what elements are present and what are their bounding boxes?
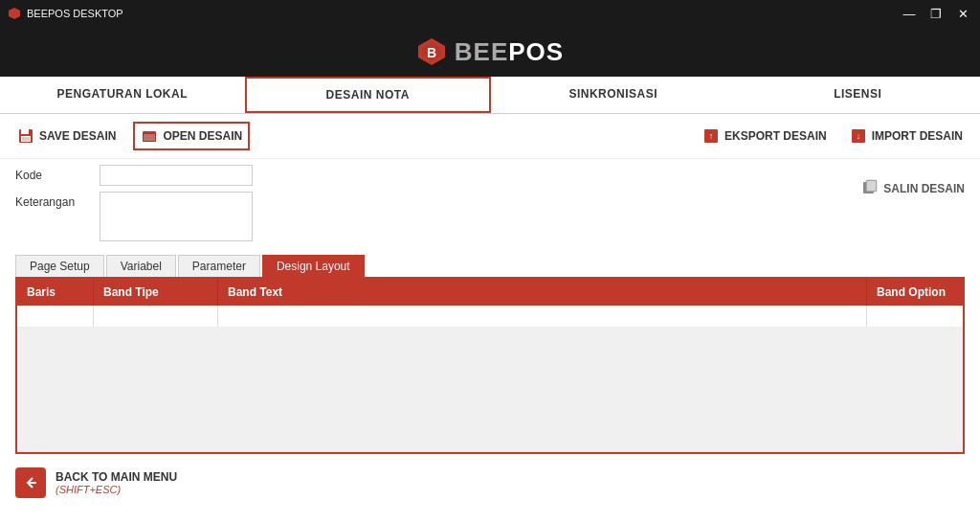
open-desain-button[interactable]: OPEN DESAIN (133, 122, 250, 150)
cell-baris (17, 306, 94, 327)
save-icon (17, 127, 34, 145)
titlebar-left: BEEPOS DESKTOP (8, 7, 123, 20)
footer-text: BACK TO MAIN MENU (SHIFT+ESC) (56, 470, 177, 495)
svg-rect-17 (867, 181, 876, 191)
eksport-desain-label: EKSPORT DESAIN (724, 129, 827, 143)
svg-marker-0 (9, 8, 20, 19)
kode-input[interactable] (100, 165, 253, 186)
back-icon (15, 467, 46, 498)
keterangan-input[interactable] (100, 192, 253, 241)
keterangan-label: Keterangan (15, 192, 92, 209)
eksport-desain-button[interactable]: ↑ EKSPORT DESAIN (697, 124, 833, 148)
footer-main: BACK TO MAIN MENU (56, 470, 177, 484)
svg-rect-5 (21, 129, 29, 134)
keterangan-row: Keterangan (15, 192, 965, 241)
open-icon (141, 127, 158, 145)
kode-label: Kode (15, 165, 92, 182)
import-desain-label: IMPORT DESAIN (872, 129, 963, 143)
footer-sub: (SHIFT+ESC) (56, 484, 177, 495)
cell-band-text (218, 306, 867, 327)
col-header-band-tipe: Band Tipe (94, 279, 218, 306)
restore-button[interactable]: ❐ (926, 7, 946, 21)
tab-lisensi[interactable]: LISENSI (736, 77, 981, 113)
footer: BACK TO MAIN MENU (SHIFT+ESC) (0, 460, 980, 506)
save-desain-button[interactable]: SAVE DESAIN (11, 122, 122, 150)
toolbar: SAVE DESAIN OPEN DESAIN ↑ EKSPORT DESAIN (0, 114, 980, 159)
app-icon (8, 7, 21, 20)
toolbar-right: ↑ EKSPORT DESAIN ↓ IMPORT DESAIN (697, 124, 969, 148)
table-header: Baris Band Tipe Band Text Band Option (17, 279, 963, 306)
titlebar: BEEPOS DESKTOP — ❐ ✕ (0, 0, 980, 27)
cell-band-option (867, 306, 963, 327)
design-layout-table: Baris Band Tipe Band Text Band Option (15, 277, 965, 454)
kode-row: Kode (15, 165, 965, 186)
toolbar-left: SAVE DESAIN OPEN DESAIN (11, 122, 250, 150)
nav-tabs: PENGATURAN LOKAL DESAIN NOTA SINKRONISAS… (0, 77, 980, 114)
tab-sinkronisasi[interactable]: SINKRONISASI (491, 77, 736, 113)
tab-page-setup[interactable]: Page Setup (15, 255, 104, 277)
inner-tabs: Page Setup Variabel Parameter Design Lay… (0, 255, 980, 277)
salin-desain-label: SALIN DESAIN (883, 182, 965, 195)
app-header: B BEEPOS (0, 27, 980, 77)
cell-band-tipe (94, 306, 218, 327)
logo-text: BEEPOS (455, 37, 564, 67)
form-area: Kode Keterangan SALIN DESAIN (0, 159, 980, 251)
open-desain-label: OPEN DESAIN (163, 129, 242, 143)
svg-text:↓: ↓ (856, 131, 860, 141)
table-row-empty (17, 306, 963, 328)
tab-pengaturan-lokal[interactable]: PENGATURAN LOKAL (0, 77, 245, 113)
col-header-band-option: Band Option (867, 279, 963, 306)
titlebar-title: BEEPOS DESKTOP (27, 8, 123, 19)
tab-parameter[interactable]: Parameter (178, 255, 260, 277)
close-button[interactable]: ✕ (953, 7, 972, 21)
svg-rect-7 (22, 137, 30, 141)
salin-icon (861, 178, 879, 198)
table-body-empty (17, 328, 963, 452)
svg-text:↑: ↑ (709, 131, 714, 141)
titlebar-controls: — ❐ ✕ (900, 7, 972, 21)
import-icon: ↓ (850, 127, 867, 145)
col-header-band-text: Band Text (218, 279, 867, 306)
import-desain-button[interactable]: ↓ IMPORT DESAIN (844, 124, 969, 148)
svg-rect-10 (144, 134, 155, 141)
col-header-baris: Baris (17, 279, 94, 306)
tab-variabel[interactable]: Variabel (106, 255, 176, 277)
salin-desain-button[interactable]: SALIN DESAIN (861, 178, 965, 198)
logo: B BEEPOS (416, 36, 564, 67)
svg-text:B: B (427, 45, 436, 60)
save-desain-label: SAVE DESAIN (39, 129, 116, 143)
logo-icon: B (416, 36, 447, 67)
minimize-button[interactable]: — (900, 7, 919, 21)
eksport-icon: ↑ (702, 127, 720, 145)
tab-design-layout[interactable]: Design Layout (262, 255, 365, 277)
tab-desain-nota[interactable]: DESAIN NOTA (245, 77, 492, 113)
